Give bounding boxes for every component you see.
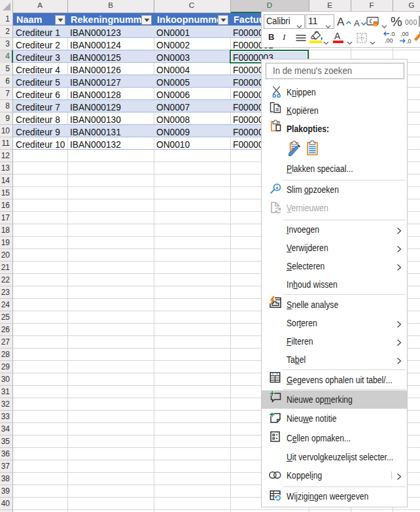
svg-text:,00: ,00 [400, 31, 409, 37]
svg-text:.0: .0 [390, 31, 395, 37]
svg-text:,00: ,00 [385, 37, 393, 44]
svg-text:,0: ,0 [406, 38, 411, 44]
